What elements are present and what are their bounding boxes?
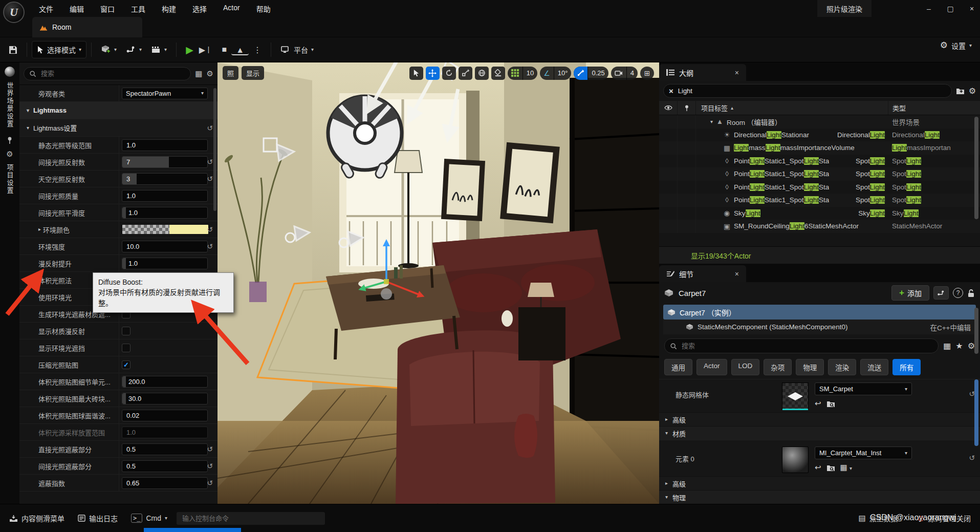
play-options-icon[interactable]: ⋮ (249, 42, 266, 58)
number-input[interactable]: 1.0 (122, 139, 208, 151)
number-input[interactable]: 0.5 (122, 443, 208, 455)
spin-input[interactable]: 1.0 (122, 258, 208, 269)
physics-section[interactable]: ▾ 物理 (659, 490, 980, 504)
filter-chip-LOD[interactable]: LOD (731, 359, 760, 375)
settings-row[interactable]: 体积光照贴图最大砖块...30.0 (19, 390, 217, 407)
setting-value[interactable]: 1.0 (119, 204, 217, 221)
material-dropdown[interactable]: MI_Carptet_Mat_Inst ▾ (815, 446, 912, 459)
setting-value[interactable]: 30.0 (119, 390, 217, 407)
details-search-input[interactable] (664, 338, 939, 353)
settings-row[interactable]: 体积光照贴图球面谐波...0.02 (19, 407, 217, 424)
settings-section-header[interactable]: ▾Lightmass设置↺ (19, 119, 217, 137)
gear-icon[interactable]: ⚙ (207, 69, 213, 78)
checkbox[interactable]: ✓ (122, 360, 130, 369)
visibility-cell[interactable] (659, 141, 678, 155)
pin-cell[interactable] (678, 115, 696, 129)
outliner-row[interactable]: ◊PointLightStatic1_SpotLightStaSpotLight… (659, 167, 980, 181)
number-input[interactable]: 1.0 (122, 427, 208, 438)
number-input[interactable]: 1.0 (122, 190, 208, 202)
filter-chip-杂项[interactable]: 杂项 (764, 359, 792, 375)
menu-item[interactable]: 构建 (156, 2, 182, 16)
settings-row[interactable]: 体积光照贴图细节单元...200.0 (19, 373, 217, 390)
skip-frame-button[interactable]: ▶▏ (198, 42, 217, 58)
materials-section[interactable]: ▾ 材质 (659, 426, 980, 440)
world-space-button[interactable] (475, 67, 489, 80)
visibility-column-header[interactable] (659, 101, 678, 115)
reset-icon[interactable]: ↺ (207, 124, 213, 132)
material-options-icon[interactable]: ▦ ▾ (840, 463, 852, 472)
move-tool-button[interactable] (426, 67, 440, 80)
material-thumbnail[interactable] (782, 446, 809, 473)
tab-room[interactable]: Room (32, 17, 142, 37)
pin-column-header[interactable] (678, 101, 696, 115)
static-mesh-thumbnail[interactable] (782, 382, 809, 409)
outliner-row[interactable]: ▦LightmassLightmassImportanceVolumeLight… (659, 141, 980, 155)
setting-value[interactable] (119, 221, 217, 238)
setting-value[interactable]: 1.0 (119, 424, 217, 440)
settings-row[interactable]: 静态光照等级范围1.0 (19, 137, 217, 154)
photo-render-button[interactable]: 照片级渲染 (817, 0, 872, 17)
scrollbar-thumb[interactable] (974, 117, 978, 219)
scrollbar-thumb[interactable] (974, 308, 978, 354)
grid-snap-control[interactable]: 10 (508, 67, 537, 80)
pin-cell[interactable] (678, 207, 696, 220)
settings-row[interactable]: 体积光源采样放置范围1.0 (19, 424, 217, 441)
settings-row[interactable]: 漫反射提升1.0 (19, 255, 217, 272)
world-icon[interactable] (5, 67, 15, 77)
blueprints-dropdown[interactable]: ▾ (121, 42, 146, 57)
settings-row[interactable]: 间接光照反射数7↺ (19, 154, 217, 171)
checkbox[interactable] (122, 327, 130, 335)
visibility-cell[interactable] (659, 155, 678, 168)
pin-cell[interactable] (678, 194, 696, 207)
settings-row[interactable]: 间接光照遮蔽部分0.5↺ (19, 458, 217, 475)
select-mode-dropdown[interactable]: 选择模式 ▾ (32, 41, 86, 58)
outliner-search-input[interactable]: × (663, 84, 952, 98)
setting-value[interactable] (119, 323, 217, 339)
unlock-icon[interactable] (967, 289, 975, 297)
settings-row[interactable]: ▸环境颜色↺ (19, 221, 217, 238)
help-icon[interactable]: ? (953, 288, 963, 298)
stop-button[interactable]: ■ (217, 42, 232, 57)
menu-item[interactable]: 文件 (33, 2, 59, 16)
console-input[interactable] (177, 512, 325, 525)
maximize-icon[interactable]: ▢ (946, 5, 954, 13)
viewport[interactable]: 照 显示 (217, 62, 659, 504)
browse-to-asset-icon[interactable] (826, 400, 835, 408)
slider-input[interactable]: 7 (122, 156, 208, 168)
visibility-cell[interactable] (659, 115, 678, 129)
close-tab-icon[interactable]: × (735, 270, 739, 278)
scrollbar-thumb[interactable] (213, 88, 216, 211)
visibility-cell[interactable] (659, 220, 678, 233)
settings-button[interactable]: ⚙ 设置 ▾ (940, 40, 972, 51)
visibility-cell[interactable] (659, 194, 678, 207)
setting-value[interactable]: 0.02 (119, 407, 217, 423)
menu-item[interactable]: 窗口 (94, 2, 121, 16)
menu-item[interactable]: 帮助 (250, 2, 277, 16)
setting-value[interactable]: 0.5 (119, 441, 217, 457)
add-component-button[interactable]: + 添加 (891, 285, 929, 301)
rotation-snap-control[interactable]: ∠ 10° (540, 67, 571, 80)
rotate-tool-button[interactable] (442, 67, 456, 80)
number-input[interactable]: 0.5 (122, 460, 208, 472)
content-drawer-button[interactable]: 内容侧滑菜单 (5, 511, 69, 525)
number-input[interactable]: 0.65 (122, 477, 208, 489)
expander-icon[interactable]: ▾ (27, 108, 29, 113)
show-flags-button[interactable]: 显示 (242, 66, 264, 80)
slider-input[interactable]: 3 (122, 173, 208, 185)
menu-item[interactable]: 选择 (186, 2, 213, 16)
tab-details[interactable]: 细节 × (659, 265, 746, 282)
close-icon[interactable]: × (968, 5, 976, 13)
setting-value[interactable]: 0.65 (119, 475, 217, 491)
checkbox[interactable] (122, 344, 130, 352)
reset-icon[interactable]: ↺ (207, 225, 213, 233)
settings-row[interactable]: 间接光照平滑度1.0 (19, 204, 217, 221)
outliner-row[interactable]: ☀DirectionalLightStationarDirectionalLig… (659, 129, 980, 142)
filter-chip-流送[interactable]: 流送 (860, 359, 888, 375)
play-button[interactable]: ▶ (181, 41, 198, 59)
cinematics-dropdown[interactable]: ▾ (146, 42, 171, 57)
favorites-icon[interactable]: ★ (955, 341, 963, 351)
settings-row[interactable]: 遮蔽指数0.65↺ (19, 475, 217, 492)
platforms-dropdown[interactable]: 平台 ▾ (276, 41, 318, 58)
menu-item[interactable]: 工具 (125, 2, 151, 16)
use-selected-asset-icon[interactable]: ↩ (815, 463, 821, 472)
